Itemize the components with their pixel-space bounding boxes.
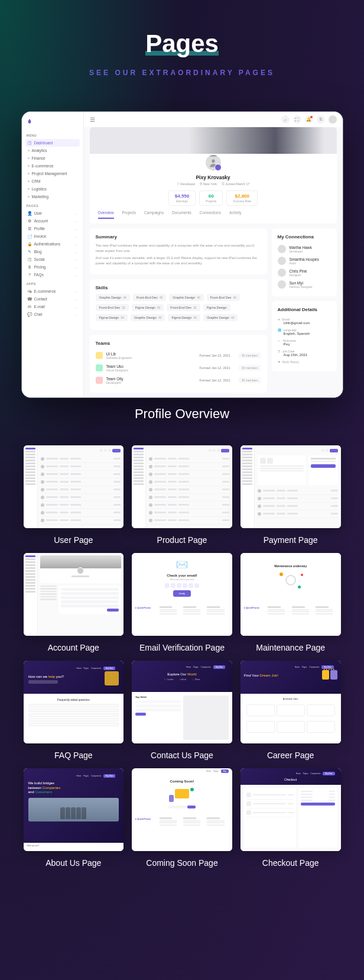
teams-card: Teams UI LibSoftware EngineersFormed Jan… [90,335,267,393]
sidebar-item-invoice[interactable]: 📄Invoice⌄ [25,232,80,240]
thumbnail-caption: Product Page [132,535,232,545]
summary-title: Summary [96,234,261,240]
tab-overview[interactable]: Overview [98,211,114,219]
tab-projects[interactable]: Projects [122,211,136,219]
thumbnail-about-us-page[interactable]: HomePagesComponentsBuy NowWe build bridg… [24,768,124,851]
skills-title: Skills [96,285,261,290]
team-row[interactable]: Team OllyDevelopersFormed Jan 12, 202130… [96,374,261,387]
summary-text: And now it's even more versatile, with a… [96,255,261,266]
bell-icon[interactable]: 🔔 [305,115,313,124]
detail-row: ☺NicknamePixy [278,337,331,348]
team-row[interactable]: UI LibSoftware EngineersFormed Jan 12, 2… [96,350,261,362]
thumbnail-checkout-page[interactable]: HomePagesComponentsBuy NowCheckout [240,768,341,851]
user-avatar[interactable] [329,115,337,124]
sidebar-item-e-commerce[interactable]: E-commerce [25,162,80,170]
team-row[interactable]: Team UkoVisual DesignersFormed Jan 12, 2… [96,362,261,374]
profile-meta: ☰ Joined March 17 [222,182,249,186]
thumbnail-account-page[interactable] [24,553,124,636]
connection-row[interactable]: Smantha HoopesArtist [278,255,331,267]
skill-tag[interactable]: Graphic Design40 [96,294,130,301]
sidebar-item-blog[interactable]: ✎Blog⌄ [25,248,80,255]
sidebar-item-marketing[interactable]: Marketing [25,193,80,200]
tab-documents[interactable]: Documents [172,211,191,219]
skills-card: Skills Graphic Design40Front-End Dev40Gr… [90,279,267,330]
detail-row: 🌐LanguageEnglish, Spanish [278,326,331,337]
sidebar-item-authentications[interactable]: 🔒Authentications⌄ [25,240,80,248]
stat-card: $2,800Success Rate [226,190,258,206]
thumbnail-career-page[interactable]: HomePagesComponentsBuy NowFind Your Drea… [240,661,341,743]
logo-icon [27,118,32,125]
profile-avatar[interactable] [204,154,222,172]
browser-frame: MENU ◫Dashboard⌄AnalyticsFinanceE-commer… [21,111,343,398]
thumbnail-email-verification-page[interactable]: ✉️Check your email!We've sent a link to … [132,553,232,636]
thumbnail-maintenance-page[interactable]: Maintenance underway▸ QuickFrame [240,553,341,636]
thumbnail-coming-soon-page[interactable]: HomePagesBuyComing Soon!▸ QuickFrame [132,768,232,851]
thumbnail-caption: Checkout Page [240,858,341,868]
detail-row: ☰Join DateAug 15th, 2021 [278,348,331,358]
skill-tag[interactable]: Figma Design50 [168,314,200,321]
thumbnail-contact-us-page[interactable]: HomePagesComponentsBuy NowExplore Our Wo… [132,661,232,743]
skill-tag[interactable]: Front-End Dev40 [207,294,240,301]
thumbnail-caption: Career Page [240,751,341,760]
sidebar-item-contact[interactable]: ☎Contact⌄ [25,295,80,303]
settings-icon[interactable]: ⇅ [317,115,325,124]
skill-tag[interactable]: Figma Design50 [132,304,164,311]
tab-activity[interactable]: Activity [229,211,242,219]
skill-tag[interactable]: Front-End Dev32 [167,304,200,311]
thumbnail-user-page[interactable] [24,445,124,528]
tab-connections[interactable]: Connections [200,211,221,219]
sidebar-item-account[interactable]: ⚙Account⌄ [25,217,80,225]
connections-card: My Connections Martha HawkDeveloperSmant… [272,228,337,296]
sidebar-item-analytics[interactable]: Analytics [25,147,80,154]
skill-tag[interactable]: Graphic Design40 [131,314,165,321]
skill-tag[interactable]: Front-End Dev32 [96,304,129,311]
page-subtitle: SEE OUR EXTRAORDINARY PAGES [0,69,364,77]
teams-title: Teams [96,341,261,346]
sidebar-item-dashboard[interactable]: ◫Dashboard⌄ [25,139,80,147]
sidebar-item-logistics[interactable]: Logistics [25,185,80,193]
sidebar-item-chat[interactable]: 💬Chat⌄ [25,311,80,318]
summary-text: The new iPad combines the power and capa… [96,243,261,253]
thumbnail-caption: Maintenance Page [240,643,341,652]
sidebar-item-user[interactable]: 👤User⌄ [25,209,80,217]
stat-card: $4,550Earnings [168,190,196,206]
summary-card: Summary The new iPad combines the power … [90,228,267,274]
sidebar-item-finance[interactable]: Finance [25,154,80,162]
connection-row[interactable]: Sun MyiFashion Designer [278,279,331,290]
skill-tag[interactable]: Graphic Design40 [203,314,238,321]
main-caption: Profile Overview [0,406,364,422]
detail-row: ⚑Work History [278,358,331,366]
stat-card: 60Projects [199,190,223,206]
sidebar-item-project-management[interactable]: Project Management [25,170,80,177]
apps-heading: APPS [27,282,80,286]
thumbnail-product-page[interactable] [132,445,232,528]
profile-name: Pixy Krovasky [90,174,337,180]
tab-campaigns[interactable]: Campaigns [144,211,164,219]
thumbnail-faq-page[interactable]: HomePagesComponentsBuy NowHow can we hel… [24,661,124,743]
thumbnail-payment-page[interactable] [240,445,341,528]
sidebar-item-faqs[interactable]: ?FAQs⌄ [25,271,80,279]
thumbnail-caption: About Us Page [24,858,124,868]
sidebar-item-crm[interactable]: CRM [25,177,80,185]
skill-tag[interactable]: Front-End Dev40 [133,294,166,301]
detail-row: ✉EmailUilib@gmail.com [278,316,331,326]
sidebar-item-pricing[interactable]: $Pricing⌄ [25,263,80,271]
connection-row[interactable]: Chris PineDesigner [278,267,331,279]
topbar: ☰ ⌕ ⛶ 🔔 ⇅ [84,112,343,127]
skill-tag[interactable]: Figma Design50 [96,314,128,321]
connections-title: My Connections [278,234,331,240]
skill-tag[interactable]: Graphic Design40 [169,294,203,301]
sidebar-item-e-mail[interactable]: ✉E-mail⌄ [25,303,80,311]
sidebar-item-e-commerce[interactable]: 🛍E-commerce⌄ [25,287,80,295]
expand-icon[interactable]: ⛶ [293,115,301,124]
sidebar-item-social[interactable]: ◫Social⌄ [25,255,80,263]
profile-card: Pixy Krovasky ⚐ Developer⚲ New York☰ Joi… [90,154,337,224]
hamburger-icon[interactable]: ☰ [90,117,95,123]
menu-heading: MENU [27,134,80,137]
thumbnail-caption: Payment Page [240,535,341,545]
connection-row[interactable]: Martha HawkDeveloper [278,243,331,255]
sidebar-item-profile[interactable]: ☰Profile⌄ [25,225,80,232]
thumbnail-caption: FAQ Page [24,751,124,760]
skill-tag[interactable]: Figma Design [203,304,230,311]
search-icon[interactable]: ⌕ [281,115,290,124]
